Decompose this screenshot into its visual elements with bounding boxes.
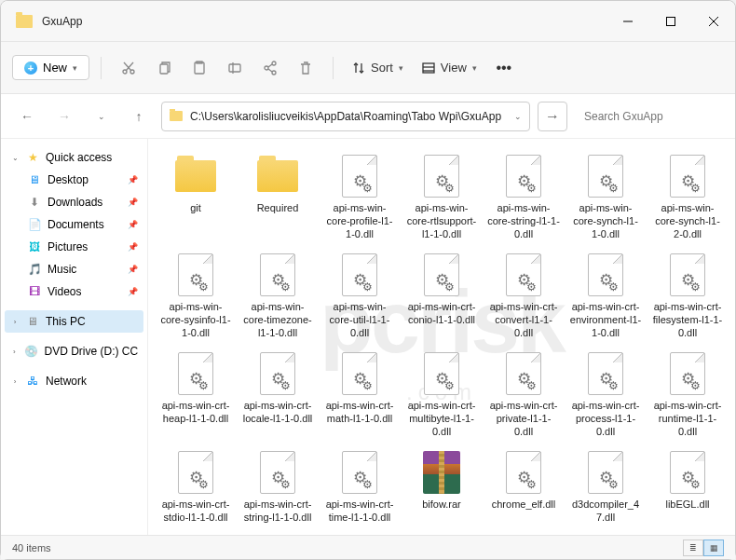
share-button[interactable]	[254, 52, 286, 84]
file-item[interactable]: ⚙libEGL.dll	[647, 446, 728, 535]
dll-icon: ⚙	[255, 253, 300, 297]
titlebar[interactable]: GxuApp	[1, 1, 735, 42]
file-item[interactable]: ⚙api-ms-win-crt-environment-l1-1-0.dll	[566, 249, 646, 344]
dll-icon: ⚙	[501, 450, 546, 495]
file-item[interactable]: ⚙api-ms-win-crt-runtime-l1-1-0.dll	[647, 348, 728, 443]
dll-icon: ⚙	[337, 253, 382, 297]
dll-icon: ⚙	[419, 253, 464, 297]
file-item[interactable]: ⚙api-ms-win-crt-stdio-l1-1-0.dll	[156, 446, 236, 535]
file-item[interactable]: ⚙api-ms-win-crt-filesystem-l1-1-0.dll	[647, 249, 728, 344]
sidebar-item-downloads[interactable]: ⬇Downloads📌	[5, 191, 143, 213]
item-count: 40 items	[12, 542, 51, 553]
svg-point-15	[272, 71, 276, 75]
window-title: GxuApp	[42, 15, 607, 28]
dll-icon: ⚙	[665, 351, 710, 396]
minimize-button[interactable]	[607, 1, 649, 41]
folder-icon	[255, 154, 300, 198]
sidebar-item-desktop[interactable]: 🖥Desktop📌	[5, 169, 143, 191]
sidebar-network[interactable]: ›🖧Network	[5, 370, 143, 392]
file-item[interactable]: git	[156, 150, 236, 245]
sidebar-item-pictures[interactable]: 🖼Pictures📌	[5, 236, 143, 258]
forward-button[interactable]: →	[49, 102, 79, 131]
view-label: View	[441, 61, 467, 75]
cut-button[interactable]	[113, 52, 144, 84]
file-label: api-ms-win-crt-stdio-l1-1-0.dll	[159, 499, 232, 535]
more-button[interactable]: •••	[488, 52, 520, 84]
file-pane[interactable]: pcrisk .com gitRequired⚙api-ms-win-core-…	[148, 139, 735, 535]
address-bar[interactable]: C:\Users\karolisliucveikis\AppData\Roami…	[161, 102, 530, 131]
file-item[interactable]: ⚙d3dcompiler_47.dll	[566, 446, 646, 535]
file-label: api-ms-win-core-string-l1-1-0.dll	[487, 202, 560, 241]
dll-icon: ⚙	[419, 154, 464, 198]
file-label: libEGL.dll	[665, 499, 709, 535]
file-item[interactable]: ⚙api-ms-win-crt-convert-l1-1-0.dll	[484, 249, 564, 344]
file-item[interactable]: ⚙api-ms-win-crt-locale-l1-1-0.dll	[238, 348, 318, 443]
file-item[interactable]: ⚙api-ms-win-crt-conio-l1-1-0.dll	[402, 249, 482, 344]
explorer-window: GxuApp + New ▾ Sort ▾ View ▾ •••	[0, 0, 736, 560]
view-button[interactable]: View ▾	[415, 56, 484, 79]
file-item[interactable]: ⚙api-ms-win-core-sysinfo-l1-1-0.dll	[156, 249, 236, 344]
dll-icon: ⚙	[583, 351, 628, 396]
sidebar-item-videos[interactable]: 🎞Videos📌	[5, 280, 143, 303]
delete-button[interactable]	[290, 52, 321, 84]
desktop-icon: 🖥	[27, 172, 42, 187]
file-item[interactable]: ⚙api-ms-win-core-synch-l1-2-0.dll	[647, 150, 728, 245]
refresh-button[interactable]: →	[538, 102, 567, 131]
paste-button[interactable]	[184, 52, 215, 84]
close-button[interactable]	[692, 1, 735, 41]
file-item[interactable]: ⚙api-ms-win-core-profile-l1-1-0.dll	[320, 150, 400, 245]
file-item[interactable]: bifow.rar	[402, 446, 482, 535]
file-label: git	[190, 202, 201, 241]
dll-icon: ⚙	[501, 351, 546, 396]
file-item[interactable]: ⚙api-ms-win-core-rtlsupport-l1-1-0.dll	[402, 150, 482, 245]
maximize-button[interactable]	[649, 1, 692, 41]
file-item[interactable]: ⚙api-ms-win-crt-multibyte-l1-1-0.dll	[402, 348, 482, 443]
file-label: bifow.rar	[422, 499, 461, 535]
sidebar-item-music[interactable]: 🎵Music📌	[5, 258, 143, 280]
back-button[interactable]: ←	[12, 102, 42, 131]
copy-button[interactable]	[148, 52, 180, 84]
new-button[interactable]: + New ▾	[12, 55, 89, 80]
file-label: api-ms-win-crt-multibyte-l1-1-0.dll	[405, 400, 478, 439]
recent-chevron[interactable]: ⌄	[87, 102, 116, 131]
sidebar-label: Documents	[48, 218, 104, 231]
dll-icon: ⚙	[665, 154, 710, 198]
file-item[interactable]: Required	[238, 150, 318, 245]
file-item[interactable]: ⚙api-ms-win-core-timezone-l1-1-0.dll	[238, 249, 318, 344]
dll-icon: ⚙	[665, 253, 710, 297]
file-item[interactable]: ⚙api-ms-win-crt-time-l1-1-0.dll	[320, 446, 400, 535]
pin-icon: 📌	[128, 175, 138, 184]
file-item[interactable]: ⚙chrome_elf.dll	[484, 446, 564, 535]
up-button[interactable]: ↑	[124, 102, 154, 131]
chevron-right-icon: ›	[10, 348, 19, 356]
file-item[interactable]: ⚙api-ms-win-crt-process-l1-1-0.dll	[566, 348, 646, 443]
pin-icon: 📌	[128, 242, 138, 252]
documents-icon: 📄	[27, 217, 42, 232]
search-input[interactable]	[575, 102, 724, 131]
details-view-toggle[interactable]: ≣	[683, 540, 703, 556]
network-icon: 🖧	[25, 374, 40, 389]
file-item[interactable]: ⚙api-ms-win-crt-private-l1-1-0.dll	[484, 348, 564, 443]
dll-icon: ⚙	[583, 253, 628, 297]
sidebar-quick-access[interactable]: ⌄ ★ Quick access	[5, 146, 143, 169]
file-item[interactable]: ⚙api-ms-win-crt-string-l1-1-0.dll	[238, 446, 318, 535]
file-label: api-ms-win-core-util-l1-1-0.dll	[323, 301, 396, 340]
sort-button[interactable]: Sort ▾	[345, 56, 411, 79]
chevron-right-icon: ›	[10, 377, 20, 386]
chevron-right-icon: ›	[10, 318, 20, 326]
rename-button[interactable]	[219, 52, 251, 84]
file-label: api-ms-win-crt-process-l1-1-0.dll	[569, 400, 642, 439]
plus-icon: +	[24, 61, 37, 75]
file-item[interactable]: ⚙api-ms-win-crt-heap-l1-1-0.dll	[156, 348, 236, 443]
sidebar-label: This PC	[46, 315, 86, 328]
sidebar-this-pc[interactable]: ›🖥This PC	[5, 310, 143, 333]
file-item[interactable]: ⚙api-ms-win-crt-math-l1-1-0.dll	[320, 348, 400, 443]
sidebar-dvd[interactable]: ›💿DVD Drive (D:) CCCC	[5, 340, 143, 362]
sidebar-item-documents[interactable]: 📄Documents📌	[5, 213, 143, 236]
svg-rect-1	[667, 17, 675, 25]
icons-view-toggle[interactable]: ▦	[703, 540, 724, 556]
file-item[interactable]: ⚙api-ms-win-core-string-l1-1-0.dll	[484, 150, 564, 245]
chevron-down-icon[interactable]: ⌄	[514, 112, 522, 121]
file-item[interactable]: ⚙api-ms-win-core-synch-l1-1-0.dll	[566, 150, 646, 245]
file-item[interactable]: ⚙api-ms-win-core-util-l1-1-0.dll	[320, 249, 400, 344]
